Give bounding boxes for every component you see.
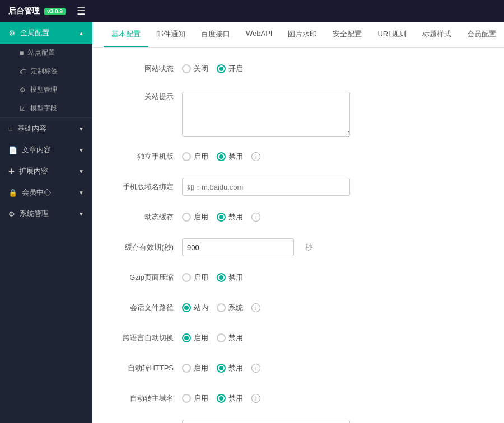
sidebar-item-dingzhi[interactable]: 🏷 定制标签 bbox=[0, 62, 92, 81]
tab-title[interactable]: 标题样式 bbox=[414, 22, 459, 47]
radio-lang-disable[interactable]: 禁用 bbox=[217, 333, 243, 343]
radio-gzip-disable-label: 禁用 bbox=[228, 272, 243, 283]
control-auto-https: 启用 禁用 i bbox=[182, 363, 487, 373]
field-auto-lang: 跨语言自动切换 启用 禁用 bbox=[109, 328, 487, 348]
info-cache-icon[interactable]: i bbox=[251, 213, 260, 222]
radio-outer-de bbox=[182, 394, 191, 403]
radio-domain-enable[interactable]: 启用 bbox=[182, 393, 208, 403]
radio-https-enable-label: 启用 bbox=[194, 363, 208, 373]
radio-https-disable[interactable]: 禁用 bbox=[217, 363, 243, 373]
input-site-domain[interactable] bbox=[182, 420, 350, 423]
info-session-icon[interactable]: i bbox=[251, 303, 260, 312]
sidebar-item-xitong[interactable]: ⚙ 系统管理 ▼ bbox=[0, 203, 92, 224]
radio-outer-cd bbox=[217, 213, 226, 222]
tag-icon: 🏷 bbox=[20, 68, 26, 76]
list-icon: ≡ bbox=[8, 125, 13, 133]
radio-cache-disable[interactable]: 禁用 bbox=[217, 212, 243, 222]
radio-outer-open bbox=[217, 64, 226, 73]
tab-url[interactable]: URL规则 bbox=[370, 22, 414, 47]
radio-inner-le bbox=[184, 336, 189, 340]
lock-icon: 🔒 bbox=[8, 189, 17, 197]
radio-session-inner[interactable]: 站内 bbox=[182, 303, 208, 313]
radio-session-inner-label: 站内 bbox=[194, 303, 208, 313]
tab-basic[interactable]: 基本配置 bbox=[104, 22, 148, 47]
radio-lang-enable[interactable]: 启用 bbox=[182, 333, 208, 343]
sidebar-item-huiyuan[interactable]: 🔒 会员中心 ▼ bbox=[0, 182, 92, 203]
radio-gzip-enable[interactable]: 启用 bbox=[182, 272, 208, 283]
sidebar-item-moxingziduan[interactable]: ☑ 模型字段 bbox=[0, 99, 92, 118]
control-close-tip bbox=[182, 92, 487, 137]
chevron-up-icon: ▲ bbox=[78, 30, 84, 36]
sidebar-item-label: 全局配置 bbox=[20, 28, 49, 38]
tab-watermark[interactable]: 图片水印 bbox=[280, 22, 325, 47]
chevron-down-icon: ▼ bbox=[78, 126, 84, 132]
field-mobile-version: 独立手机版 启用 禁用 i bbox=[109, 147, 487, 167]
sidebar-item-wenzhang[interactable]: 📄 文章内容 ▼ bbox=[0, 139, 92, 161]
control-site-domain bbox=[182, 420, 487, 423]
label-auto-https: 自动转HTTPS bbox=[109, 363, 182, 373]
control-auto-domain: 启用 禁用 i bbox=[182, 393, 487, 403]
field-site-status: 网站状态 关闭 开启 bbox=[109, 59, 487, 79]
label-site-status: 网站状态 bbox=[109, 64, 182, 74]
label-session-path: 会话文件路径 bbox=[109, 303, 182, 313]
sidebar-sub-label: 站点配置 bbox=[28, 48, 55, 58]
radio-open[interactable]: 开启 bbox=[217, 64, 243, 74]
chevron-down-icon: ▼ bbox=[78, 211, 84, 217]
radio-domain-enable-label: 启用 bbox=[194, 393, 208, 403]
sidebar-group-label: 会员中心 bbox=[22, 187, 51, 198]
label-close-tip: 关站提示 bbox=[109, 92, 182, 102]
tab-email[interactable]: 邮件通知 bbox=[148, 22, 193, 47]
info-domain-icon[interactable]: i bbox=[251, 394, 260, 403]
label-auto-lang: 跨语言自动切换 bbox=[109, 333, 182, 343]
menu-toggle-icon[interactable]: ☰ bbox=[77, 5, 86, 17]
input-mobile-domain[interactable] bbox=[182, 178, 350, 196]
radio-cache-enable[interactable]: 启用 bbox=[182, 212, 208, 222]
info-https-icon[interactable]: i bbox=[251, 364, 260, 373]
radio-gzip-disable[interactable]: 禁用 bbox=[217, 272, 243, 283]
tab-webapi[interactable]: WebAPI bbox=[238, 22, 280, 47]
radio-inner-hd bbox=[219, 366, 223, 370]
radio-lang-enable-label: 启用 bbox=[194, 333, 208, 343]
radio-inner-gd bbox=[219, 275, 223, 280]
tab-member[interactable]: 会员配置 bbox=[459, 22, 504, 47]
sidebar-item-zhandian[interactable]: ■ 站点配置 bbox=[0, 44, 92, 62]
topbar: 后台管理 v3.0.9 ☰ bbox=[0, 0, 504, 22]
tab-security[interactable]: 安全配置 bbox=[325, 22, 370, 47]
form-area: 网站状态 关闭 开启 关站提示 bbox=[92, 48, 504, 423]
radio-outer-he bbox=[182, 364, 191, 373]
sidebar-sub-label: 模型字段 bbox=[30, 104, 57, 113]
sidebar-item-jichu[interactable]: ≡ 基础内容 ▼ bbox=[0, 118, 92, 139]
field-cache-expire: 缓存有效期(秒) 秒 bbox=[109, 237, 487, 257]
radio-mobile-enable[interactable]: 启用 bbox=[182, 152, 208, 162]
radio-gzip-enable-label: 启用 bbox=[194, 272, 208, 283]
radio-close[interactable]: 关闭 bbox=[182, 64, 208, 74]
logo: 后台管理 v3.0.9 bbox=[8, 6, 66, 16]
radio-mobile-disable[interactable]: 禁用 bbox=[217, 152, 243, 162]
extend-icon: ✚ bbox=[8, 167, 15, 176]
field-close-tip: 关站提示 bbox=[109, 89, 487, 137]
radio-https-enable[interactable]: 启用 bbox=[182, 363, 208, 373]
info-mobile-version-icon[interactable]: i bbox=[251, 152, 260, 161]
radio-outer-le bbox=[182, 333, 191, 342]
radio-disable-label: 禁用 bbox=[228, 152, 243, 162]
field-session-path: 会话文件路径 站内 系统 i bbox=[109, 298, 487, 318]
sidebar-item-quanju[interactable]: ⚙ 全局配置 ▲ bbox=[0, 22, 92, 44]
chevron-down-icon: ▼ bbox=[78, 168, 84, 175]
sidebar-item-kuozhan[interactable]: ✚ 扩展内容 ▼ bbox=[0, 161, 92, 182]
label-dynamic-cache: 动态缓存 bbox=[109, 212, 182, 222]
radio-outer-ge bbox=[182, 273, 191, 282]
tab-baidu[interactable]: 百度接口 bbox=[193, 22, 238, 47]
label-auto-domain: 自动转主域名 bbox=[109, 393, 182, 403]
version-badge: v3.0.9 bbox=[44, 8, 66, 15]
radio-outer-ce bbox=[182, 213, 191, 222]
sidebar-item-moxing[interactable]: ⚙ 模型管理 bbox=[0, 81, 92, 99]
radio-session-system[interactable]: 系统 bbox=[217, 303, 243, 313]
input-cache-expire[interactable] bbox=[182, 238, 294, 256]
radio-outer-gd bbox=[217, 273, 226, 282]
sidebar-group-label: 系统管理 bbox=[20, 209, 49, 219]
sidebar-group-label: 基础内容 bbox=[17, 124, 46, 134]
radio-outer-md bbox=[217, 152, 226, 161]
radio-domain-disable[interactable]: 禁用 bbox=[217, 393, 243, 403]
textarea-close-tip[interactable] bbox=[182, 92, 350, 137]
radio-outer-me bbox=[182, 152, 191, 161]
